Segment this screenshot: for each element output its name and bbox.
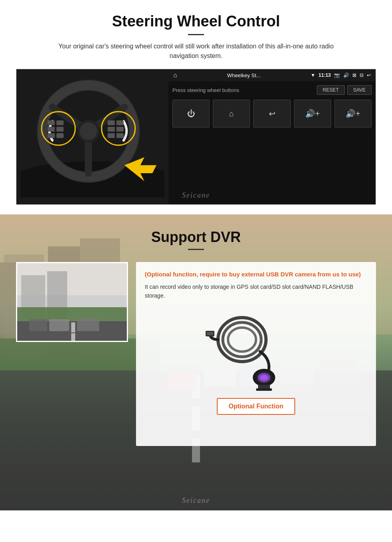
- seicane-watermark-dvr: Seicane: [182, 496, 210, 505]
- svg-point-8: [80, 122, 97, 140]
- home-icon: ⌂: [173, 72, 177, 79]
- dvr-section: Support DVR: [0, 214, 392, 510]
- dashcam-thumbnail: [16, 262, 128, 342]
- wheel-control-header: Press steering wheel buttons RESET SAVE: [172, 85, 372, 95]
- svg-point-56: [260, 375, 268, 380]
- android-screen: ⌂ Wheelkey St... ▼ 11:13 📷 🔊 ⊠ ⊟ ↩ Press…: [168, 69, 376, 204]
- wheel-buttons-grid: ⏻ ⌂ ↩ 🔊+ 🔊+: [172, 100, 372, 128]
- seicane-watermark-steering: Seicane: [182, 191, 210, 200]
- svg-rect-18: [116, 120, 124, 125]
- svg-rect-20: [116, 127, 124, 132]
- svg-rect-58: [256, 388, 272, 391]
- dvr-camera-svg: [204, 308, 308, 392]
- svg-rect-14: [48, 133, 55, 138]
- svg-rect-46: [71, 333, 75, 341]
- svg-rect-17: [108, 120, 115, 125]
- status-time: 11:13: [318, 72, 331, 78]
- svg-rect-19: [108, 127, 115, 132]
- reset-button[interactable]: RESET: [317, 85, 345, 95]
- wb-home[interactable]: ⌂: [213, 100, 250, 128]
- wheel-control-panel: Press steering wheel buttons RESET SAVE …: [168, 81, 376, 204]
- steering-image-block: ⌂ Wheelkey St... ▼ 11:13 📷 🔊 ⊠ ⊟ ↩ Press…: [16, 69, 376, 205]
- svg-point-52: [228, 328, 256, 352]
- save-button[interactable]: SAVE: [347, 85, 372, 95]
- dvr-camera-area: [145, 308, 367, 392]
- svg-rect-21: [108, 133, 115, 138]
- dvr-info-card: (Optional function, require to buy exter…: [136, 262, 376, 446]
- steering-title: Steering Wheel Control: [16, 13, 376, 30]
- wifi-icon: ⊟: [360, 72, 364, 78]
- steering-subtitle: Your original car's steering wheel contr…: [52, 42, 340, 61]
- android-statusbar: ⌂ Wheelkey St... ▼ 11:13 📷 🔊 ⊠ ⊟ ↩: [168, 69, 376, 81]
- svg-rect-12: [48, 127, 55, 132]
- dvr-content: Support DVR: [0, 214, 392, 462]
- svg-rect-15: [56, 133, 64, 138]
- dvr-title: Support DVR: [16, 229, 376, 246]
- wb-power[interactable]: ⏻: [172, 100, 210, 128]
- screen-icon: ⊠: [352, 72, 356, 78]
- optional-function-button[interactable]: Optional Function: [217, 398, 296, 415]
- svg-rect-47: [49, 319, 69, 331]
- svg-rect-10: [48, 120, 55, 125]
- back-icon: ↩: [367, 72, 371, 78]
- svg-rect-11: [56, 120, 64, 125]
- svg-rect-43: [17, 307, 128, 321]
- dvr-divider: [188, 249, 204, 250]
- dashcam-road-svg: [17, 263, 128, 342]
- svg-rect-22: [116, 133, 124, 138]
- svg-rect-13: [56, 127, 64, 132]
- wb-vol-up[interactable]: 🔊+: [294, 100, 331, 128]
- svg-point-50: [218, 318, 266, 362]
- steering-photo: [16, 69, 168, 204]
- title-divider: [188, 34, 204, 35]
- svg-rect-49: [29, 319, 47, 331]
- dvr-optional-note: (Optional function, require to buy exter…: [145, 270, 367, 278]
- dvr-description: It can record video only to storage in G…: [145, 282, 367, 300]
- signal-icon: ▼: [310, 72, 315, 78]
- svg-rect-60: [207, 332, 213, 335]
- svg-rect-45: [71, 322, 75, 332]
- app-name-label: Wheelkey St...: [180, 72, 308, 78]
- dvr-bottom-layout: (Optional function, require to buy exter…: [16, 262, 376, 446]
- wheel-btn-group: RESET SAVE: [317, 85, 372, 95]
- wheel-prompt: Press steering wheel buttons: [172, 87, 239, 93]
- steering-section: Steering Wheel Control Your original car…: [0, 0, 392, 214]
- camera-icon: 📷: [334, 72, 340, 78]
- wb-vol-up2[interactable]: 🔊+: [334, 100, 372, 128]
- volume-icon: 🔊: [343, 72, 349, 78]
- wb-back[interactable]: ↩: [253, 100, 290, 128]
- steering-wheel-svg: [20, 69, 164, 197]
- svg-rect-48: [77, 318, 99, 331]
